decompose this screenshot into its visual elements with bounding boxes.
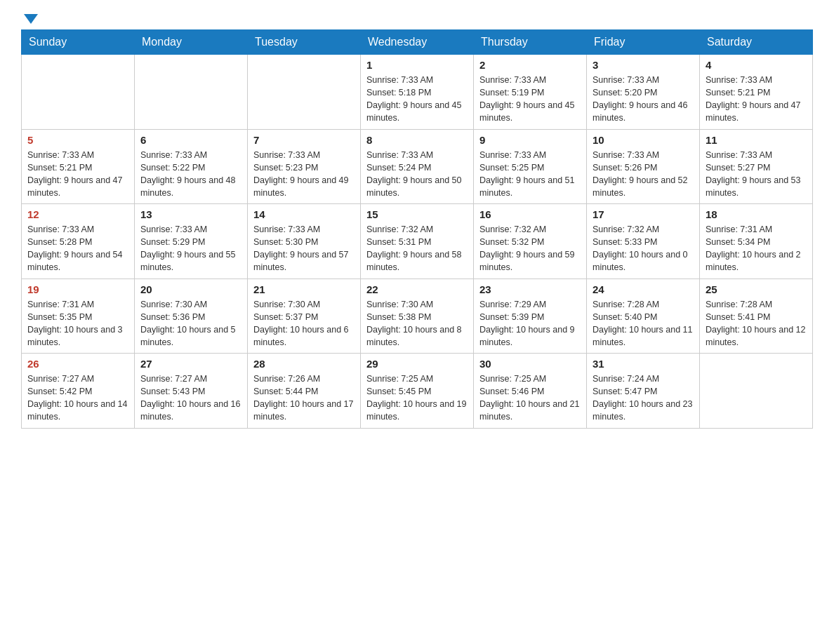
calendar-day-cell: 27Sunrise: 7:27 AM Sunset: 5:43 PM Dayli… xyxy=(135,354,248,429)
day-info: Sunrise: 7:33 AM Sunset: 5:24 PM Dayligh… xyxy=(366,149,468,200)
day-number: 25 xyxy=(706,283,807,295)
calendar-week-row: 26Sunrise: 7:27 AM Sunset: 5:42 PM Dayli… xyxy=(22,354,813,429)
calendar-day-cell: 29Sunrise: 7:25 AM Sunset: 5:45 PM Dayli… xyxy=(361,354,474,429)
day-number: 10 xyxy=(593,134,694,146)
day-number: 22 xyxy=(366,283,468,295)
calendar-day-cell: 4Sunrise: 7:33 AM Sunset: 5:21 PM Daylig… xyxy=(700,55,813,130)
calendar-week-row: 1Sunrise: 7:33 AM Sunset: 5:18 PM Daylig… xyxy=(22,55,813,130)
day-number: 5 xyxy=(27,134,128,146)
calendar-day-cell: 7Sunrise: 7:33 AM Sunset: 5:23 PM Daylig… xyxy=(248,129,361,204)
day-number: 6 xyxy=(140,134,241,146)
day-info: Sunrise: 7:29 AM Sunset: 5:39 PM Dayligh… xyxy=(479,298,581,349)
day-number: 27 xyxy=(140,358,241,370)
day-number: 16 xyxy=(479,208,581,220)
day-info: Sunrise: 7:33 AM Sunset: 5:18 PM Dayligh… xyxy=(366,74,468,125)
day-of-week-header: Wednesday xyxy=(361,30,474,55)
calendar-day-cell: 20Sunrise: 7:30 AM Sunset: 5:36 PM Dayli… xyxy=(135,279,248,354)
day-number: 26 xyxy=(27,358,128,370)
day-number: 13 xyxy=(140,208,241,220)
calendar-day-cell: 28Sunrise: 7:26 AM Sunset: 5:44 PM Dayli… xyxy=(248,354,361,429)
day-of-week-header: Sunday xyxy=(22,30,135,55)
calendar-day-cell: 11Sunrise: 7:33 AM Sunset: 5:27 PM Dayli… xyxy=(700,129,813,204)
page-header xyxy=(21,14,813,24)
calendar-day-cell: 21Sunrise: 7:30 AM Sunset: 5:37 PM Dayli… xyxy=(248,279,361,354)
calendar-day-cell: 24Sunrise: 7:28 AM Sunset: 5:40 PM Dayli… xyxy=(587,279,700,354)
day-info: Sunrise: 7:33 AM Sunset: 5:23 PM Dayligh… xyxy=(253,149,355,200)
day-info: Sunrise: 7:31 AM Sunset: 5:34 PM Dayligh… xyxy=(706,223,807,274)
calendar-day-cell: 6Sunrise: 7:33 AM Sunset: 5:22 PM Daylig… xyxy=(135,129,248,204)
day-number: 9 xyxy=(479,134,581,146)
calendar-header-row: SundayMondayTuesdayWednesdayThursdayFrid… xyxy=(22,30,813,55)
day-number: 11 xyxy=(706,134,807,146)
day-of-week-header: Tuesday xyxy=(248,30,361,55)
calendar-day-cell: 25Sunrise: 7:28 AM Sunset: 5:41 PM Dayli… xyxy=(700,279,813,354)
day-number: 12 xyxy=(27,208,128,220)
day-info: Sunrise: 7:33 AM Sunset: 5:30 PM Dayligh… xyxy=(253,223,355,274)
calendar-day-cell: 15Sunrise: 7:32 AM Sunset: 5:31 PM Dayli… xyxy=(361,204,474,279)
day-number: 20 xyxy=(140,283,241,295)
calendar-day-cell: 14Sunrise: 7:33 AM Sunset: 5:30 PM Dayli… xyxy=(248,204,361,279)
day-info: Sunrise: 7:33 AM Sunset: 5:25 PM Dayligh… xyxy=(479,149,581,200)
calendar-table: SundayMondayTuesdayWednesdayThursdayFrid… xyxy=(21,29,813,429)
day-info: Sunrise: 7:33 AM Sunset: 5:21 PM Dayligh… xyxy=(27,149,128,200)
day-info: Sunrise: 7:33 AM Sunset: 5:29 PM Dayligh… xyxy=(140,223,241,274)
day-number: 4 xyxy=(706,59,807,71)
day-info: Sunrise: 7:33 AM Sunset: 5:27 PM Dayligh… xyxy=(706,149,807,200)
day-info: Sunrise: 7:33 AM Sunset: 5:28 PM Dayligh… xyxy=(27,223,128,274)
calendar-day-cell: 18Sunrise: 7:31 AM Sunset: 5:34 PM Dayli… xyxy=(700,204,813,279)
day-number: 1 xyxy=(366,59,468,71)
calendar-day-cell xyxy=(248,55,361,130)
day-of-week-header: Friday xyxy=(587,30,700,55)
day-number: 18 xyxy=(706,208,807,220)
calendar-week-row: 5Sunrise: 7:33 AM Sunset: 5:21 PM Daylig… xyxy=(22,129,813,204)
calendar-day-cell: 23Sunrise: 7:29 AM Sunset: 5:39 PM Dayli… xyxy=(474,279,587,354)
day-number: 19 xyxy=(27,283,128,295)
day-info: Sunrise: 7:30 AM Sunset: 5:37 PM Dayligh… xyxy=(253,298,355,349)
day-number: 15 xyxy=(366,208,468,220)
day-number: 28 xyxy=(253,358,355,370)
calendar-day-cell: 8Sunrise: 7:33 AM Sunset: 5:24 PM Daylig… xyxy=(361,129,474,204)
calendar-day-cell: 2Sunrise: 7:33 AM Sunset: 5:19 PM Daylig… xyxy=(474,55,587,130)
logo xyxy=(21,14,38,24)
day-info: Sunrise: 7:25 AM Sunset: 5:45 PM Dayligh… xyxy=(366,373,468,424)
day-info: Sunrise: 7:30 AM Sunset: 5:38 PM Dayligh… xyxy=(366,298,468,349)
day-number: 31 xyxy=(593,358,694,370)
day-info: Sunrise: 7:33 AM Sunset: 5:21 PM Dayligh… xyxy=(706,74,807,125)
day-info: Sunrise: 7:33 AM Sunset: 5:20 PM Dayligh… xyxy=(593,74,694,125)
calendar-week-row: 12Sunrise: 7:33 AM Sunset: 5:28 PM Dayli… xyxy=(22,204,813,279)
day-of-week-header: Monday xyxy=(135,30,248,55)
calendar-day-cell: 9Sunrise: 7:33 AM Sunset: 5:25 PM Daylig… xyxy=(474,129,587,204)
calendar-day-cell: 3Sunrise: 7:33 AM Sunset: 5:20 PM Daylig… xyxy=(587,55,700,130)
day-number: 30 xyxy=(479,358,581,370)
day-info: Sunrise: 7:32 AM Sunset: 5:32 PM Dayligh… xyxy=(479,223,581,274)
day-of-week-header: Thursday xyxy=(474,30,587,55)
day-number: 7 xyxy=(253,134,355,146)
day-info: Sunrise: 7:27 AM Sunset: 5:42 PM Dayligh… xyxy=(27,373,128,424)
day-info: Sunrise: 7:32 AM Sunset: 5:33 PM Dayligh… xyxy=(593,223,694,274)
day-number: 21 xyxy=(253,283,355,295)
calendar-day-cell xyxy=(135,55,248,130)
day-info: Sunrise: 7:25 AM Sunset: 5:46 PM Dayligh… xyxy=(479,373,581,424)
calendar-day-cell: 5Sunrise: 7:33 AM Sunset: 5:21 PM Daylig… xyxy=(22,129,135,204)
day-info: Sunrise: 7:32 AM Sunset: 5:31 PM Dayligh… xyxy=(366,223,468,274)
day-number: 24 xyxy=(593,283,694,295)
day-info: Sunrise: 7:31 AM Sunset: 5:35 PM Dayligh… xyxy=(27,298,128,349)
day-info: Sunrise: 7:26 AM Sunset: 5:44 PM Dayligh… xyxy=(253,373,355,424)
day-number: 3 xyxy=(593,59,694,71)
day-number: 8 xyxy=(366,134,468,146)
calendar-day-cell: 26Sunrise: 7:27 AM Sunset: 5:42 PM Dayli… xyxy=(22,354,135,429)
calendar-day-cell: 13Sunrise: 7:33 AM Sunset: 5:29 PM Dayli… xyxy=(135,204,248,279)
calendar-day-cell: 12Sunrise: 7:33 AM Sunset: 5:28 PM Dayli… xyxy=(22,204,135,279)
calendar-day-cell: 1Sunrise: 7:33 AM Sunset: 5:18 PM Daylig… xyxy=(361,55,474,130)
calendar-day-cell: 10Sunrise: 7:33 AM Sunset: 5:26 PM Dayli… xyxy=(587,129,700,204)
day-number: 23 xyxy=(479,283,581,295)
calendar-day-cell: 16Sunrise: 7:32 AM Sunset: 5:32 PM Dayli… xyxy=(474,204,587,279)
day-number: 14 xyxy=(253,208,355,220)
calendar-day-cell xyxy=(22,55,135,130)
day-number: 2 xyxy=(479,59,581,71)
calendar-day-cell: 17Sunrise: 7:32 AM Sunset: 5:33 PM Dayli… xyxy=(587,204,700,279)
day-info: Sunrise: 7:27 AM Sunset: 5:43 PM Dayligh… xyxy=(140,373,241,424)
calendar-day-cell: 31Sunrise: 7:24 AM Sunset: 5:47 PM Dayli… xyxy=(587,354,700,429)
day-info: Sunrise: 7:28 AM Sunset: 5:41 PM Dayligh… xyxy=(706,298,807,349)
calendar-day-cell xyxy=(700,354,813,429)
